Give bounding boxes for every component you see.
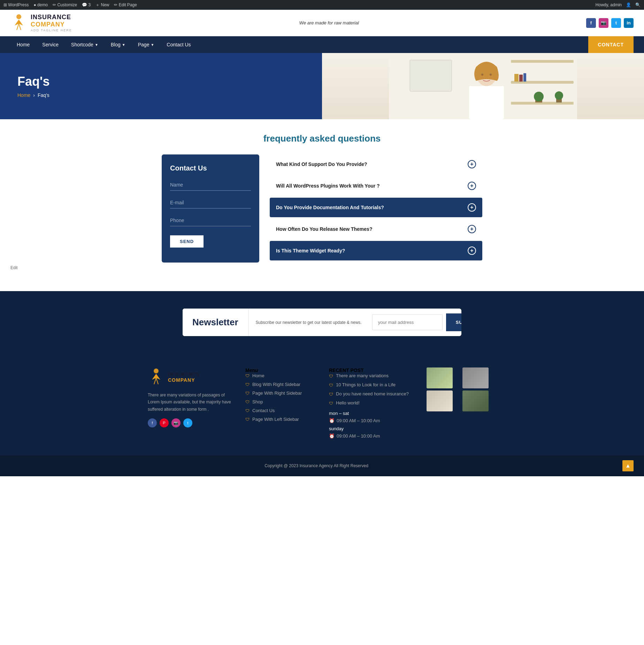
faq-layout: Contact Us SEND What Kind Of Support Do …	[162, 154, 482, 263]
hours-day-1: mon – sat	[329, 411, 413, 416]
faq-plus-icon-4[interactable]: +	[468, 225, 476, 233]
nav-shortcode[interactable]: Shortcode ▼	[65, 36, 105, 53]
faq-question-4: How Often Do You Release New Themes?	[276, 226, 372, 232]
nav-home[interactable]: Home	[10, 36, 36, 53]
admin-avatar: 👤	[626, 2, 631, 7]
footer-thumb-4-image	[462, 390, 489, 411]
admin-wp-icon[interactable]: ⊞ WordPress	[3, 2, 29, 7]
faq-plus-icon-1[interactable]: +	[468, 160, 476, 168]
email-input[interactable]	[170, 197, 251, 208]
facebook-icon[interactable]: f	[586, 18, 596, 28]
footer-pinterest-icon[interactable]: P	[160, 418, 169, 427]
newsletter-section: Newsletter Subscribe our newsletter to g…	[0, 291, 644, 354]
admin-edit-page[interactable]: ✏ Edit Page	[114, 2, 137, 7]
twitter-icon[interactable]: t	[611, 18, 621, 28]
svg-rect-10	[469, 86, 504, 119]
footer-recent-title: RECENT POST	[329, 367, 413, 373]
shield-icon-blog-right: 🛡	[245, 382, 250, 387]
clock-icon-1: ⏰	[329, 418, 335, 423]
shield-icon-home: 🛡	[245, 373, 250, 378]
recent-post-1[interactable]: 🛡 There are many variations	[329, 373, 413, 379]
nav-blog[interactable]: Blog ▼	[105, 36, 132, 53]
shield-icon-page-left: 🛡	[245, 417, 250, 422]
recent-post-2-label: 10 Things to Look for in a Life	[336, 382, 396, 387]
footer-menu-page-left-label: Page With Left Sidebar	[252, 417, 299, 422]
shield-icon-post-4: 🛡	[329, 401, 333, 406]
admin-demo[interactable]: ● demo	[33, 2, 48, 7]
send-button[interactable]: SEND	[170, 235, 204, 248]
instagram-icon[interactable]: 📷	[599, 18, 608, 28]
footer-menu-blog-right[interactable]: 🛡 Blog With Right Sidebar	[245, 382, 315, 387]
footer-twitter-icon[interactable]: t	[183, 418, 192, 427]
faq-header-2[interactable]: Will All WordPress Plugins Work With You…	[270, 176, 482, 196]
admin-search-icon[interactable]: 🔍	[635, 2, 641, 7]
footer-menu-title: Menu	[245, 367, 315, 373]
svg-point-0	[16, 14, 21, 19]
breadcrumb-home[interactable]: Home	[17, 92, 30, 98]
shield-icon-contact: 🛡	[245, 408, 250, 413]
footer-thumb-2[interactable]	[462, 367, 489, 388]
footer-thumb-1[interactable]	[427, 367, 453, 388]
footer-facebook-icon[interactable]: f	[148, 418, 157, 427]
footer-thumb-4[interactable]	[462, 390, 489, 411]
footer-menu-page-right-label: Page With Right Sidebar	[252, 390, 302, 396]
faq-header-4[interactable]: How Often Do You Release New Themes? +	[270, 219, 482, 239]
blog-dropdown-icon: ▼	[122, 43, 125, 47]
linkedin-icon[interactable]: in	[624, 18, 634, 28]
newsletter-description: Subscribe our newsletter to get our late…	[249, 319, 369, 326]
recent-post-3-label: Do you have need home insurance?	[336, 391, 409, 396]
footer-logo: INSURANCE COMPANY	[148, 367, 231, 387]
footer-thumb-3-image	[427, 390, 453, 411]
scroll-top-button[interactable]: ▲	[622, 460, 634, 471]
nav-contact-button[interactable]: CONTACT	[588, 36, 634, 53]
faq-plus-icon-5[interactable]: +	[468, 246, 476, 255]
breadcrumb-current: Faq's	[38, 92, 49, 98]
svg-rect-2	[511, 60, 574, 63]
faq-item-1: What Kind Of Support Do You Provide? +	[270, 154, 482, 174]
shield-icon-shop: 🛡	[245, 400, 250, 404]
footer-menu-home[interactable]: 🛡 Home	[245, 373, 315, 378]
name-input[interactable]	[170, 179, 251, 191]
hours-time-1: ⏰ 09:00 AM – 10:00 Am	[329, 418, 413, 423]
footer-menu-col: Menu 🛡 Home 🛡 Blog With Right Sidebar 🛡 …	[245, 367, 315, 441]
footer-menu-page-right[interactable]: 🛡 Page With Right Sidebar	[245, 390, 315, 396]
footer-menu-page-left[interactable]: 🛡 Page With Left Sidebar	[245, 417, 315, 422]
newsletter-box: Newsletter Subscribe our newsletter to g…	[183, 309, 461, 336]
nav-contact-us[interactable]: Contact Us	[160, 36, 197, 53]
breadcrumb-separator: ›	[33, 92, 35, 98]
footer-main: INSURANCE COMPANY There are many variati…	[0, 354, 644, 455]
phone-input[interactable]	[170, 215, 251, 226]
header-tagline: We are made for raw material	[299, 20, 359, 25]
nav-page[interactable]: Page ▼	[132, 36, 161, 53]
faq-header-3[interactable]: Do You Provide Documentation And Tutoria…	[270, 198, 482, 217]
faq-question-1: What Kind Of Support Do You Provide?	[276, 161, 367, 167]
newsletter-submit-button[interactable]: SUBMIT	[446, 313, 461, 331]
footer-menu-contact-label: Contact Us	[252, 408, 275, 413]
admin-new[interactable]: ＋ New	[95, 2, 109, 8]
faq-header-1[interactable]: What Kind Of Support Do You Provide? +	[270, 154, 482, 174]
edit-link[interactable]: Edit	[10, 265, 634, 270]
admin-customize[interactable]: ✏ Customize	[53, 2, 77, 7]
recent-post-4[interactable]: 🛡 Hello world!	[329, 400, 413, 406]
faq-plus-icon-3[interactable]: +	[468, 203, 476, 212]
footer-description: There are many variations of passages of…	[148, 392, 231, 413]
logo-area[interactable]: INSURANCE COMPANY ADD TAGLINE HERE	[10, 13, 72, 32]
shortcode-dropdown-icon: ▼	[95, 43, 98, 47]
hero-person-image	[322, 53, 644, 119]
svg-rect-4	[511, 102, 574, 105]
admin-comments[interactable]: 💬 3	[82, 2, 91, 7]
footer-instagram-icon[interactable]: 📷	[171, 418, 181, 427]
footer-thumb-3[interactable]	[427, 390, 453, 411]
admin-bar: ⊞ WordPress ● demo ✏ Customize 💬 3 ＋ New…	[0, 0, 644, 10]
logo-text: INSURANCE COMPANY ADD TAGLINE HERE	[31, 14, 72, 32]
nav-service[interactable]: Service	[36, 36, 65, 53]
faq-accordion: What Kind Of Support Do You Provide? + W…	[270, 154, 482, 263]
faq-header-5[interactable]: Is This Theme Widget Ready? +	[270, 241, 482, 260]
recent-post-3[interactable]: 🛡 Do you have need home insurance?	[329, 391, 413, 397]
faq-plus-icon-2[interactable]: +	[468, 182, 476, 190]
footer-menu-contact[interactable]: 🛡 Contact Us	[245, 408, 315, 413]
footer-menu-shop[interactable]: 🛡 Shop	[245, 399, 315, 404]
recent-post-2[interactable]: 🛡 10 Things to Look for in a Life	[329, 382, 413, 388]
newsletter-email-input[interactable]	[372, 314, 443, 330]
faq-section-title: frequently asked questions	[10, 133, 634, 144]
